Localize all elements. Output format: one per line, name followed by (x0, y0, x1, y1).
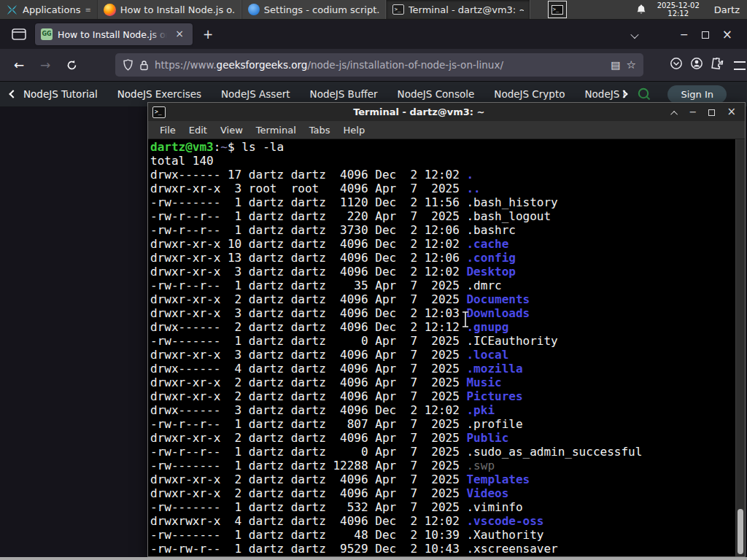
terminal-window: >_ Terminal - dartz@vm3: ~ − × FileEditV… (147, 102, 746, 557)
username-label: Dartz (714, 4, 740, 15)
bottom-edge (0, 557, 747, 560)
terminal-menu-help[interactable]: Help (338, 123, 371, 137)
terminal-window-controls: − × (673, 105, 740, 119)
list-tabs-chevron-icon[interactable] (632, 28, 638, 42)
terminal-title: Terminal - dartz@vm3: ~ (166, 106, 673, 117)
firefox-icon (104, 4, 116, 16)
terminal-listing-row: drwxr-xr-x 2 dartz dartz 4096 Apr 7 2025… (150, 486, 735, 500)
terminal-listing-row: drwx------ 3 dartz dartz 4096 Dec 2 12:0… (150, 403, 735, 417)
terminal-total-line: total 140 (150, 154, 735, 168)
taskbar-button-firefox[interactable]: How to Install Node.js o... (97, 0, 241, 19)
vscodium-icon (248, 4, 260, 15)
terminal-menu-view[interactable]: View (214, 123, 249, 137)
terminal-titlebar[interactable]: >_ Terminal - dartz@vm3: ~ − × (148, 103, 745, 121)
search-icon[interactable] (637, 87, 651, 101)
navbar-item[interactable]: NodeJS Tutorial (23, 88, 98, 100)
top-panel: Applications ≡ How to Install Node.js o.… (0, 0, 747, 20)
terminal-listing-row: -rw-r--r-- 1 dartz dartz 0 Apr 7 2025 .s… (150, 445, 735, 459)
close-button[interactable]: × (727, 106, 736, 117)
terminal-listing-row: -rw-r--r-- 1 dartz dartz 807 Apr 7 2025 … (150, 417, 735, 431)
terminal-listing-row: -rw------- 1 dartz dartz 1120 Dec 2 11:5… (150, 195, 735, 209)
terminal-listing-row: -rw-r--r-- 1 dartz dartz 220 Apr 7 2025 … (150, 209, 735, 223)
bookmark-star-icon[interactable]: ☆ (627, 58, 636, 71)
taskbar-button-label: How to Install Node.js o... (120, 4, 235, 15)
close-button[interactable]: × (722, 27, 732, 42)
navbar-item[interactable]: NodeJS Assert (221, 88, 290, 100)
shade-button[interactable] (673, 105, 678, 119)
reader-view-icon[interactable]: ▤ (611, 59, 620, 71)
reload-button[interactable] (60, 54, 83, 76)
terminal-listing-row: -rw------- 1 dartz dartz 12288 Apr 7 202… (150, 459, 735, 472)
maximize-button[interactable] (708, 105, 715, 119)
taskbar-button-terminal[interactable]: >_ Terminal - dartz@vm3: ~ (386, 0, 530, 19)
pocket-icon[interactable] (670, 57, 683, 73)
applications-label: Applications (23, 4, 80, 15)
terminal-icon: >_ (152, 106, 166, 118)
terminal-menu-tabs[interactable]: Tabs (303, 123, 336, 137)
browser-tab-active[interactable]: GG How to Install Node.js on × (35, 23, 193, 45)
notification-bell-icon[interactable] (635, 4, 647, 15)
terminal-menubar: FileEditViewTerminalTabsHelp (148, 121, 745, 139)
lock-icon[interactable] (139, 60, 149, 71)
panel-indicators: 2025-12-02 12:12 Dartz (635, 0, 747, 19)
terminal-listing-row: drwxr-xr-x 2 dartz dartz 4096 Apr 7 2025… (150, 389, 735, 403)
minimize-button[interactable]: − (689, 107, 697, 117)
terminal-menu-terminal[interactable]: Terminal (250, 123, 302, 137)
terminal-listing-row: -rw------- 1 dartz dartz 48 Dec 2 10:39 … (150, 528, 735, 542)
taskbar-button-vscodium[interactable]: Settings - codium script... (241, 0, 386, 19)
navbar-items: NodeJS TutorialNodeJS ExercisesNodeJS As… (23, 88, 625, 100)
terminal-listing-row: drwxr-xr-x 2 dartz dartz 4096 Apr 7 2025… (150, 431, 735, 445)
clock-date: 2025-12-02 (657, 1, 700, 9)
terminal-scrollbar[interactable] (735, 139, 745, 556)
clock[interactable]: 2025-12-02 12:12 (657, 1, 700, 18)
terminal-listing-row: drwxr-xr-x 3 dartz dartz 4096 Dec 2 12:0… (150, 306, 735, 320)
tab-close-icon[interactable]: × (172, 27, 187, 42)
clock-time: 12:12 (657, 9, 700, 18)
terminal-listing-row: drwxrwxr-x 4 dartz dartz 4096 Dec 2 12:0… (150, 514, 735, 528)
url-bar[interactable]: https://www.geeksforgeeks.org/node-js/in… (115, 53, 643, 77)
terminal-icon: >_ (392, 4, 404, 15)
firefox-view-button[interactable] (7, 25, 31, 44)
desktop: Applications ≡ How to Install Node.js o.… (0, 0, 747, 560)
back-button[interactable]: ← (7, 54, 31, 76)
terminal-listing-row: -rw-rw-r-- 1 dartz dartz 9529 Dec 2 10:4… (150, 542, 735, 556)
shield-icon[interactable] (123, 59, 133, 71)
terminal-listing-row: drwx------ 17 dartz dartz 4096 Dec 2 12:… (150, 168, 735, 182)
applications-menu[interactable]: Applications ≡ (0, 0, 97, 19)
terminal-listing-row: -rw------- 1 dartz dartz 532 Apr 7 2025 … (150, 500, 735, 514)
terminal-menu-file[interactable]: File (154, 123, 182, 137)
new-tab-button[interactable]: + (197, 25, 219, 44)
terminal-listing-row: -rw------- 1 dartz dartz 0 Apr 7 2025 .I… (150, 334, 735, 348)
extensions-icon[interactable] (711, 57, 724, 73)
terminal-listing-row: drwxr-xr-x 10 dartz dartz 4096 Dec 2 12:… (150, 237, 735, 251)
terminal-content[interactable]: dartz@vm3:~$ ls -latotal 140drwx------ 1… (148, 139, 735, 556)
terminal-prompt-line: dartz@vm3:~$ ls -la (150, 140, 735, 154)
terminal-listing-row: drwxr-xr-x 13 dartz dartz 4096 Dec 2 12:… (150, 251, 735, 265)
terminal-menu-edit[interactable]: Edit (183, 123, 213, 137)
terminal-listing-row: drwxr-xr-x 2 dartz dartz 4096 Apr 7 2025… (150, 472, 735, 486)
distro-logo-icon (6, 4, 18, 16)
toolbar-icons (670, 57, 740, 73)
system-tray: >_ (548, 0, 567, 19)
window-controls: − × (632, 27, 743, 42)
sign-in-button[interactable]: Sign In (667, 85, 727, 104)
navbar-item[interactable]: NodeJS Console (398, 88, 475, 100)
forward-button[interactable]: → (34, 54, 57, 76)
tray-terminal-icon[interactable]: >_ (548, 1, 567, 18)
account-icon[interactable] (690, 57, 703, 73)
terminal-listing-row: drwxr-xr-x 3 dartz dartz 4096 Apr 7 2025… (150, 348, 735, 362)
navbar-item[interactable]: NodeJS Crypto (494, 88, 565, 100)
terminal-listing-row: -rw-r--r-- 1 dartz dartz 3730 Dec 2 12:0… (150, 223, 735, 237)
geeksforgeeks-favicon: GG (41, 28, 53, 40)
nav-scroll-left-icon[interactable] (9, 90, 17, 98)
taskbar-button-label: Terminal - dartz@vm3: ~ (409, 4, 524, 15)
minimize-button[interactable]: − (680, 28, 689, 40)
menu-indicator-icon: ≡ (85, 6, 90, 14)
terminal-listing-row: -rw-r--r-- 1 dartz dartz 35 Apr 7 2025 .… (150, 279, 735, 292)
maximize-button[interactable] (702, 28, 709, 42)
terminal-listing-row: drwxr-xr-x 3 root root 4096 Apr 7 2025 .… (150, 182, 735, 195)
navbar-item[interactable]: NodeJS Buffer (310, 88, 378, 100)
navbar-item[interactable]: NodeJS Exercises (117, 88, 201, 100)
scrollbar-thumb[interactable] (738, 509, 743, 554)
terminal-listing-row: drwxr-xr-x 2 dartz dartz 4096 Apr 7 2025… (150, 376, 735, 389)
